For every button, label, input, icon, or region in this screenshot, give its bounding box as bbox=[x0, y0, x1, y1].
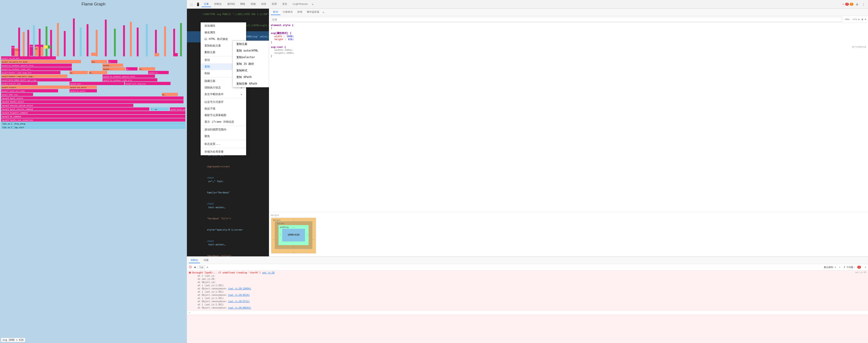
tab-elements[interactable]: 元素 bbox=[202, 1, 211, 7]
console-clear-button[interactable]: 🚫 bbox=[189, 265, 192, 269]
tab-application[interactable]: 应用 bbox=[270, 1, 279, 7]
devtools-main-area: <!DOCTYPE svg PUBLIC "-//W3C//DTD SVG 1.… bbox=[187, 9, 868, 343]
html-line: "Verdana" fill="r bbox=[187, 250, 269, 256]
svg-text:–: – bbox=[293, 245, 294, 248]
context-menu-break-on[interactable]: 发生中断的条件 ▶ bbox=[201, 91, 246, 97]
tab-console-bottom[interactable]: 控制台 bbox=[189, 257, 200, 263]
tab-event-listeners[interactable]: 事件监听器 bbox=[305, 9, 321, 15]
submenu-copy-outerhtml[interactable]: 复制 outerHTML bbox=[233, 48, 269, 54]
svg-rect-95 bbox=[80, 28, 82, 56]
svg-text:1000×626: 1000×626 bbox=[288, 233, 300, 236]
html-line: <text text-anchor… bbox=[187, 236, 269, 250]
copy-styles-icon[interactable]: ⊕ bbox=[865, 18, 866, 21]
svg-text:–: – bbox=[313, 238, 314, 240]
styles-panel: 样式 计算样式 布局 事件监听器 » :hov .cls + ▤ ⊕ bbox=[269, 9, 868, 256]
tab-computed[interactable]: 计算样式 bbox=[280, 9, 295, 15]
submenu-copy-element[interactable]: 复制元素 bbox=[233, 41, 269, 48]
context-menu-global[interactable]: 存储为全局变量 bbox=[201, 148, 246, 155]
svg-text:th..: th.. bbox=[140, 68, 144, 70]
tab-layout[interactable]: 布局 bbox=[295, 9, 305, 15]
submenu-copy-selector[interactable]: 复制selector bbox=[233, 54, 269, 61]
error-circle-icon: ❷ bbox=[189, 271, 191, 274]
error-link-2[interactable]: (swt.js:20:18494) bbox=[228, 287, 251, 290]
styles-filter-input[interactable] bbox=[271, 17, 842, 22]
svg-text:border: border bbox=[277, 222, 285, 225]
context-menu-scroll[interactable]: 滚动到视野范围内 bbox=[201, 126, 246, 133]
html-line: ckground)></rect bbox=[187, 161, 269, 172]
top-dropdown[interactable]: top bbox=[197, 265, 205, 269]
console-filter-icon[interactable]: ⚙ bbox=[194, 266, 196, 269]
context-menu-expand[interactable]: 以逗号方式展开 bbox=[201, 99, 246, 105]
svg-text:–: – bbox=[293, 226, 294, 228]
error-link-3[interactable]: (swt.js:20:8519) bbox=[228, 294, 250, 296]
svg-text:mysqld`do_command: mysqld`do_command bbox=[2, 115, 21, 118]
submenu-copy-full-xpath[interactable]: 复制完整 XPath bbox=[233, 81, 269, 87]
tab-network[interactable]: 网络 bbox=[238, 1, 248, 7]
toggle-icon[interactable]: ▤ bbox=[862, 18, 863, 21]
svg-text:–: – bbox=[273, 238, 274, 240]
submenu-copy-styles[interactable]: 复制样式 bbox=[233, 67, 269, 74]
tab-security[interactable]: 安全 bbox=[280, 1, 289, 7]
more-tabs-button[interactable]: » bbox=[311, 2, 314, 6]
context-menu-edit-attr[interactable]: 修改属性 bbox=[201, 29, 246, 36]
filter-hov[interactable]: :hov bbox=[844, 18, 849, 21]
svg-text:mysqld`ro..: mysqld`ro.. bbox=[149, 72, 159, 74]
tab-sources[interactable]: 源代码 bbox=[225, 1, 237, 7]
tab-memory[interactable]: 内存 bbox=[259, 1, 269, 7]
svg-text:my..: my.. bbox=[90, 72, 93, 74]
devtools-panel: ⬚ 📱 元素 控制台 源代码 网络 性能 内存 应用 安全 Lighthouse… bbox=[187, 0, 868, 343]
svg-rect-87 bbox=[27, 30, 29, 56]
svg-text:mysqld`handle_one_connection: mysqld`handle_one_connection bbox=[2, 119, 33, 121]
svg-rect-88 bbox=[33, 25, 35, 56]
svg-text:mysqld`ha_innobase::index_prev: mysqld`ha_innobase::index_prev bbox=[103, 79, 132, 81]
context-menu-badge[interactable]: 标志设置... bbox=[201, 141, 246, 147]
console-close-button[interactable]: ✕ bbox=[865, 266, 866, 269]
svg-text:libc.so.1`_thrp_setup: libc.so.1`_thrp_setup bbox=[2, 123, 25, 125]
console-settings-icon[interactable]: ⚙ bbox=[207, 266, 208, 268]
svg-text:l.. my..: l.. my.. bbox=[151, 109, 159, 110]
submenu-copy-xpath[interactable]: 复制 XPath bbox=[233, 74, 269, 81]
svg-rect-105 bbox=[164, 26, 166, 56]
tab-performance[interactable]: 性能 bbox=[248, 1, 258, 7]
main-split: <!DOCTYPE svg PUBLIC "-//W3C//DTD SVG 1.… bbox=[187, 9, 868, 256]
svg-text:mysqld`join_read_prev: mysqld`join_read_prev bbox=[126, 83, 146, 85]
devtools-toolbar: ⬚ 📱 元素 控制台 源代码 网络 性能 内存 应用 安全 Lighthouse… bbox=[187, 0, 868, 9]
error-count[interactable]: 2 bbox=[845, 3, 849, 6]
context-menu-collapse[interactable]: 收起子级 bbox=[201, 105, 246, 112]
settings-icon[interactable]: ⚙ bbox=[854, 2, 860, 7]
error-link[interactable]: swt.js:20 bbox=[262, 271, 274, 274]
filter-cls[interactable]: .cls bbox=[851, 18, 857, 21]
warning-count[interactable]: 1 bbox=[850, 3, 854, 6]
error-link-5[interactable]: (swt.js:20:80243) bbox=[228, 307, 251, 309]
svg-text:–: – bbox=[307, 234, 308, 236]
svg-rect-103 bbox=[146, 24, 148, 56]
styles-more-tabs[interactable]: » bbox=[321, 10, 325, 15]
more-options-icon[interactable]: ⋮ bbox=[861, 2, 866, 7]
svg-rect-108 bbox=[44, 46, 48, 49]
context-menu-iframe[interactable]: 显示 iframe 详细信息 bbox=[201, 119, 246, 125]
tab-issues[interactable]: 问题 bbox=[202, 257, 210, 263]
styles-content: element.style { } svg[属性样式] { width : 10… bbox=[269, 23, 868, 212]
svg-rect-89 bbox=[39, 29, 40, 56]
add-style-icon[interactable]: + bbox=[858, 18, 860, 21]
error-link-4[interactable]: (swt.js:20:9712) bbox=[228, 300, 250, 303]
submenu-copy-jspath[interactable]: 复制 JS 路径 bbox=[233, 61, 269, 67]
styles-tabs: 样式 计算样式 布局 事件监听器 » bbox=[269, 9, 868, 16]
style-rule-svg-root: svg:root { 用户代理样式表 width: 100%; height: … bbox=[271, 46, 866, 57]
inspect-icon[interactable]: ⬚ bbox=[189, 2, 194, 7]
styles-filter-row: :hov .cls + ▤ ⊕ bbox=[269, 16, 868, 23]
svg-text:mysqld`find_all_keys: mysqld`find_all_keys bbox=[2, 83, 21, 85]
svg-text:my..: my.. bbox=[70, 72, 74, 74]
svg-rect-92 bbox=[57, 23, 59, 56]
context-menu-screenshot[interactable]: 截取节点屏幕截图 bbox=[201, 112, 246, 119]
html-line: "Verdana" fill="r bbox=[187, 213, 269, 224]
tab-styles[interactable]: 样式 bbox=[271, 9, 280, 15]
tab-console[interactable]: 控制台 bbox=[212, 1, 224, 7]
tab-lighthouse[interactable]: Lighthouse bbox=[290, 2, 310, 7]
context-menu-add-attr[interactable]: 添加属性 bbox=[201, 23, 246, 29]
html-line: <text x="…" font- bbox=[187, 172, 269, 187]
device-icon[interactable]: 📱 bbox=[195, 2, 200, 7]
console-panel: 控制台 问题 🚫 ⚙ top ⚙ 默认级别 ▾ ▾ 1 个问题： 1 ✕ bbox=[187, 256, 868, 343]
svg-rect-99 bbox=[114, 29, 116, 56]
context-menu-focus[interactable]: 聚焦 bbox=[201, 133, 246, 140]
